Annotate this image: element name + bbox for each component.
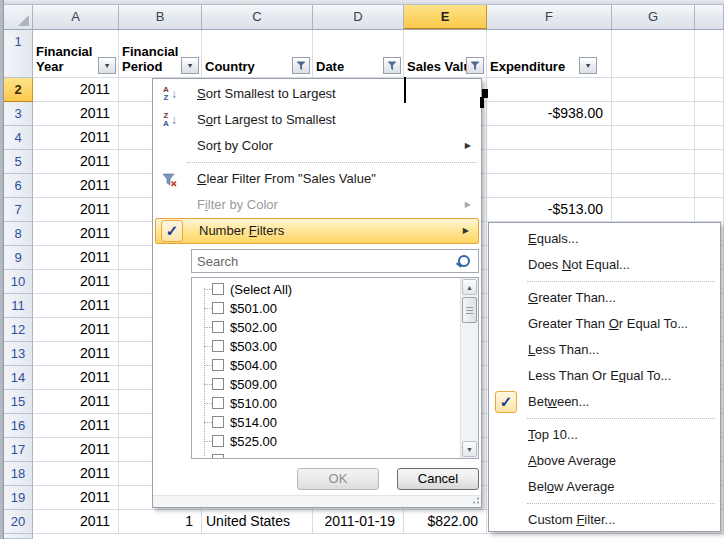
search-icon[interactable] — [458, 255, 470, 267]
cell-E1[interactable]: Sales Value — [404, 30, 487, 78]
filter-value-checkbox[interactable] — [212, 397, 224, 409]
row-header-15[interactable]: 15 — [4, 390, 33, 414]
cell-F7[interactable]: -$513.00 — [487, 198, 612, 222]
cell-A20[interactable]: 2011 — [33, 510, 119, 534]
cell-A15[interactable]: 2011 — [33, 390, 119, 414]
menu-item-sort-smallest-to-largest[interactable]: AZ↓Sort Smallest to Largest — [154, 81, 480, 107]
submenu-item-custom-filter[interactable]: Custom Filter... — [489, 507, 720, 533]
row-header-8[interactable]: 8 — [4, 222, 33, 246]
cell-D20[interactable]: 2011-01-19 — [313, 510, 404, 534]
cell-C1[interactable]: Country — [202, 30, 313, 78]
submenu-item-less-than-or-equal-to[interactable]: Less Than Or Equal To... — [489, 363, 720, 389]
cell-F5[interactable] — [487, 150, 612, 174]
row-header-18[interactable]: 18 — [4, 462, 33, 486]
row-header-20[interactable]: 20 — [4, 510, 33, 534]
row-header-9[interactable]: 9 — [4, 246, 33, 270]
cell-A13[interactable]: 2011 — [33, 342, 119, 366]
cell-C20[interactable]: United States — [202, 510, 313, 534]
filter-button-expenditure[interactable]: ▼ — [579, 57, 597, 74]
cell-G1[interactable] — [612, 30, 695, 78]
row-header-13[interactable]: 13 — [4, 342, 33, 366]
filter-value-item[interactable]: $510.00 — [192, 394, 461, 413]
cell-E20[interactable]: $822.00 — [404, 510, 487, 534]
cell-A9[interactable]: 2011 — [33, 246, 119, 270]
cell-A1[interactable]: Financial Year ▼ — [33, 30, 119, 78]
filter-value-item[interactable]: $514.00 — [192, 413, 461, 432]
filter-value-item[interactable]: (Select All) — [192, 280, 461, 299]
cell-A14[interactable]: 2011 — [33, 366, 119, 390]
cell-B1[interactable]: Financial Period ▼ — [119, 30, 202, 78]
row-header-10[interactable]: 10 — [4, 270, 33, 294]
submenu-item-above-average[interactable]: Above Average — [489, 448, 720, 474]
menu-item-clear-filter[interactable]: Clear Filter From "Sales Value" — [154, 166, 480, 192]
filter-value-item[interactable]: $502.00 — [192, 318, 461, 337]
submenu-item-greater-than[interactable]: Greater Than... — [489, 285, 720, 311]
filter-button-date[interactable] — [383, 57, 401, 74]
row-header-6[interactable]: 6 — [4, 174, 33, 198]
row-header-14[interactable]: 14 — [4, 366, 33, 390]
cell-F4[interactable] — [487, 126, 612, 150]
row-header-19[interactable]: 19 — [4, 486, 33, 510]
cell-G5[interactable] — [612, 150, 695, 174]
list-scrollbar[interactable]: ▲ ▼ — [460, 278, 478, 458]
row-header-4[interactable]: 4 — [4, 126, 33, 150]
filter-value-checkbox[interactable] — [212, 416, 224, 428]
filter-value-checkbox[interactable] — [212, 283, 224, 295]
filter-button-sales-value[interactable] — [466, 57, 484, 74]
submenu-item-less-than[interactable]: Less Than... — [489, 337, 720, 363]
column-header-F[interactable]: F — [487, 5, 612, 29]
column-header-B[interactable]: B — [119, 5, 202, 29]
cell-G2[interactable] — [612, 78, 695, 102]
cell-G6[interactable] — [612, 174, 695, 198]
row-header-16[interactable]: 16 — [4, 414, 33, 438]
cell-B20[interactable]: 1 — [119, 510, 202, 534]
filter-value-checkbox[interactable] — [212, 340, 224, 352]
submenu-item-below-average[interactable]: Below Average — [489, 474, 720, 500]
filter-button-financial-period[interactable]: ▼ — [181, 57, 199, 74]
cell-G3[interactable] — [612, 102, 695, 126]
submenu-item-greater-than-or-equal-to[interactable]: Greater Than Or Equal To... — [489, 311, 720, 337]
filter-value-checkbox[interactable] — [212, 302, 224, 314]
filter-value-checkbox[interactable] — [212, 359, 224, 371]
filter-value-item[interactable]: $504.00 — [192, 356, 461, 375]
submenu-item-between[interactable]: ✓Between... — [489, 389, 720, 415]
cell-A17[interactable]: 2011 — [33, 438, 119, 462]
row-header-2[interactable]: 2 — [4, 78, 33, 102]
menu-item-sort-largest-to-smallest[interactable]: ZA↓Sort Largest to Smallest — [154, 107, 480, 133]
cell-A5[interactable]: 2011 — [33, 150, 119, 174]
row-header-5[interactable]: 5 — [4, 150, 33, 174]
scroll-up-button[interactable]: ▲ — [462, 279, 477, 295]
cell-A18[interactable]: 2011 — [33, 462, 119, 486]
filter-button-financial-year[interactable]: ▼ — [98, 57, 116, 74]
cell-G4[interactable] — [612, 126, 695, 150]
filter-value-item[interactable]: $509.00 — [192, 375, 461, 394]
menu-item-number-filters[interactable]: ✓Number Filters▶ — [155, 218, 479, 244]
column-header-E[interactable]: E — [404, 5, 487, 29]
cell-A2[interactable]: 2011 — [33, 78, 119, 102]
cell-A19[interactable]: 2011 — [33, 486, 119, 510]
filter-value-item[interactable]: $503.00 — [192, 337, 461, 356]
search-input[interactable] — [192, 250, 455, 271]
filter-value-checkbox[interactable] — [212, 378, 224, 390]
scroll-down-button[interactable]: ▼ — [462, 441, 477, 457]
row-header-3[interactable]: 3 — [4, 102, 33, 126]
filter-value-checkbox[interactable] — [212, 321, 224, 333]
row-header-11[interactable]: 11 — [4, 294, 33, 318]
cell-G7[interactable] — [612, 198, 695, 222]
filter-value-item[interactable]: $525.00 — [192, 432, 461, 451]
column-header-A[interactable]: A — [33, 5, 119, 29]
cell-A3[interactable]: 2011 — [33, 102, 119, 126]
cell-A11[interactable]: 2011 — [33, 294, 119, 318]
column-header-G[interactable]: G — [612, 5, 695, 29]
filter-value-checkbox[interactable] — [212, 435, 224, 447]
cell-F2[interactable] — [487, 78, 612, 102]
filter-value-item[interactable]: $501.00 — [192, 299, 461, 318]
cell-A10[interactable]: 2011 — [33, 270, 119, 294]
column-header-D[interactable]: D — [313, 5, 404, 29]
row-header-17[interactable]: 17 — [4, 438, 33, 462]
cell-A12[interactable]: 2011 — [33, 318, 119, 342]
row-header-1[interactable]: 1 — [4, 30, 33, 78]
menu-resize-bar[interactable] — [153, 495, 481, 507]
cell-F6[interactable] — [487, 174, 612, 198]
row-header-7[interactable]: 7 — [4, 198, 33, 222]
